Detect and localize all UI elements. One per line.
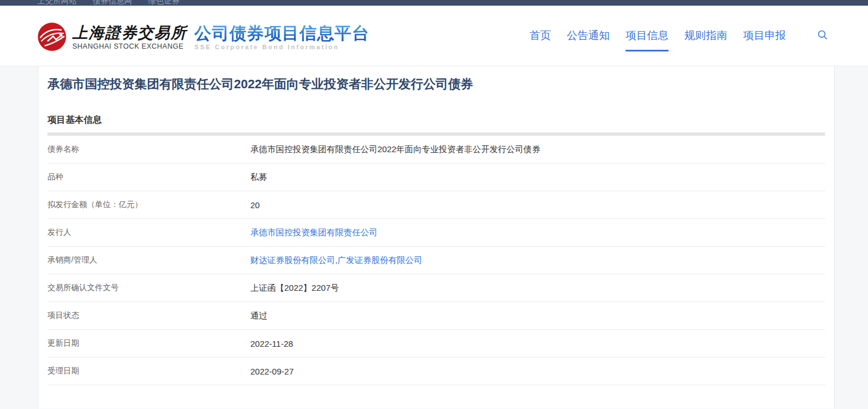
nav-item-announcements[interactable]: 公告通知 (567, 28, 610, 51)
info-row-value: 通过 (250, 311, 267, 321)
info-row-value: 2022-09-27 (250, 367, 294, 376)
section-title: 项目基本信息 (47, 114, 834, 126)
logo-cn-name: 上海證券交易所 (72, 24, 187, 41)
info-row: 发行人承德市国控投资集团有限责任公司 (47, 219, 825, 247)
info-row-label: 交易所确认文件文号 (47, 283, 250, 293)
content-card: 承德市国控投资集团有限责任公司2022年面向专业投资者非公开发行公司债券 项目基… (38, 66, 835, 408)
info-row-label: 受理日期 (47, 366, 250, 376)
info-row-label: 承销商/管理人 (47, 255, 250, 265)
topbar: 上交所网站 债券信息网 绿色证券 (0, 0, 868, 6)
page-title: 承德市国控投资集团有限责任公司2022年面向专业投资者非公开发行公司债券 (47, 77, 834, 92)
topbar-link-bond-info[interactable]: 债券信息网 (93, 0, 132, 5)
info-row-value: 2022-11-28 (250, 339, 293, 348)
info-row-label: 发行人 (47, 227, 250, 238)
platform-title-en: SSE Corporate Bond Information (194, 44, 370, 50)
info-row: 交易所确认文件文号上证函【2022】2207号 (47, 274, 825, 302)
info-row-label: 项目状态 (47, 311, 250, 321)
nav-item-project-info[interactable]: 项目信息 (626, 28, 669, 51)
topbar-link-sse-site[interactable]: 上交所网站 (37, 0, 77, 5)
header: 上海證券交易所 SHANGHAI STOCK EXCHANGE 公司债券项目信息… (0, 6, 868, 66)
info-row-value-link[interactable]: 财达证券股份有限公司,广发证券股份有限公司 (250, 255, 422, 266)
platform-title-cn: 公司债券项目信息平台 (194, 24, 370, 42)
topbar-link-green-securities[interactable]: 绿色证券 (148, 0, 180, 5)
info-row: 受理日期2022-09-27 (47, 358, 825, 385)
search-icon[interactable] (817, 29, 828, 40)
info-row: 拟发行金额（单位：亿元）20 (47, 191, 825, 219)
info-row: 品种私募 (47, 163, 825, 191)
info-row-label: 债券名称 (47, 144, 250, 154)
nav-item-home[interactable]: 首页 (530, 28, 551, 51)
logo: 上海證券交易所 SHANGHAI STOCK EXCHANGE 公司债券项目信息… (38, 23, 370, 51)
logo-en-name: SHANGHAI STOCK EXCHANGE (72, 42, 187, 50)
info-row-value: 20 (250, 200, 260, 210)
sse-logo-icon (38, 23, 66, 51)
info-row: 项目状态通过 (47, 302, 825, 330)
info-row-label: 品种 (47, 172, 250, 182)
logo-text-block: 上海證券交易所 SHANGHAI STOCK EXCHANGE (72, 23, 187, 50)
info-row-label: 更新日期 (47, 338, 250, 348)
info-table: 债券名称承德市国控投资集团有限责任公司2022年面向专业投资者非公开发行公司债券… (47, 136, 825, 385)
info-row-value: 私募 (250, 172, 267, 183)
info-row-value: 上证函【2022】2207号 (250, 283, 339, 294)
platform-title-block: 公司债券项目信息平台 SSE Corporate Bond Informatio… (194, 23, 370, 50)
nav-item-rules-guide[interactable]: 规则指南 (684, 28, 727, 51)
main-nav: 首页 公告通知 项目信息 规则指南 项目申报 (530, 28, 828, 51)
info-row: 承销商/管理人财达证券股份有限公司,广发证券股份有限公司 (47, 247, 825, 274)
nav-item-project-application[interactable]: 项目申报 (743, 28, 786, 51)
info-row: 更新日期2022-11-28 (47, 330, 825, 358)
page-body: 承德市国控投资集团有限责任公司2022年面向专业投资者非公开发行公司债券 项目基… (0, 66, 868, 408)
info-row-value-link[interactable]: 承德市国控投资集团有限责任公司 (250, 227, 377, 238)
info-row-label: 拟发行金额（单位：亿元） (47, 200, 250, 210)
info-row: 债券名称承德市国控投资集团有限责任公司2022年面向专业投资者非公开发行公司债券 (47, 136, 825, 163)
info-row-value: 承德市国控投资集团有限责任公司2022年面向专业投资者非公开发行公司债券 (250, 144, 540, 155)
topbar-links: 上交所网站 债券信息网 绿色证券 (0, 0, 868, 5)
